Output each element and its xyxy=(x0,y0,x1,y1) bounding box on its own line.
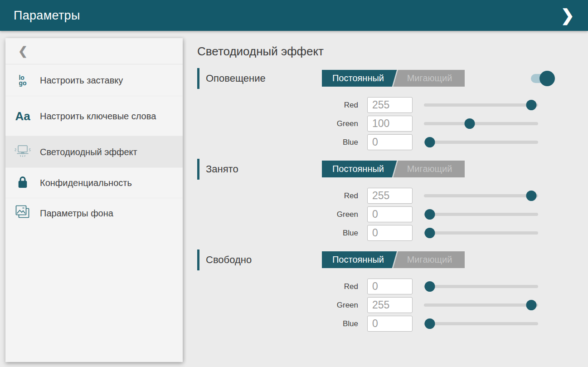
slider-thumb[interactable] xyxy=(424,318,435,329)
red-slider[interactable] xyxy=(424,285,538,288)
led-monitor-icon xyxy=(14,144,31,160)
sidebar-item-splash-screen[interactable]: lo go Настроить заставку xyxy=(5,64,183,96)
keywords-icon: Aa xyxy=(15,110,30,122)
slider-thumb[interactable] xyxy=(526,300,536,310)
channel-row: Blue xyxy=(197,134,560,150)
channel-row: Red xyxy=(197,97,560,113)
slider-thumb[interactable] xyxy=(424,228,435,238)
sidebar-item-label: Светодиодный эффект xyxy=(40,146,144,158)
section-label: Оповещение xyxy=(206,73,266,84)
sidebar-item-label: Конфиденциальность xyxy=(40,177,138,189)
blue-value-input[interactable] xyxy=(367,225,413,241)
green-label: Green xyxy=(197,116,358,132)
enable-switch[interactable] xyxy=(530,70,555,87)
channel-row: Red xyxy=(197,279,560,294)
sidebar-item-keywords[interactable]: Aa Настроить ключевые слова xyxy=(5,96,183,136)
channel-row: Green xyxy=(197,206,560,222)
section-label: Свободно xyxy=(206,254,252,266)
sidebar-item-privacy[interactable]: Конфиденциальность xyxy=(5,168,183,198)
section-busy: Занято Постоянный Мигающий Red Green xyxy=(197,159,560,241)
sidebar: ❮ lo go Настроить заставку Aa Настроить … xyxy=(5,38,183,362)
blue-label: Blue xyxy=(197,134,358,150)
channel-row: Blue xyxy=(197,225,560,241)
red-slider[interactable] xyxy=(424,194,538,197)
sidebar-item-background[interactable]: Параметры фона xyxy=(5,198,183,228)
red-value-input[interactable] xyxy=(367,97,413,113)
green-value-input[interactable] xyxy=(367,206,413,222)
header-bar: Параметры ❯ xyxy=(0,0,588,31)
sidebar-item-label: Настроить заставку xyxy=(40,74,129,86)
sidebar-item-label: Параметры фона xyxy=(40,207,120,219)
page-title: Параметры xyxy=(14,9,80,23)
content-title: Светодиодный эффект xyxy=(197,44,560,58)
section-notification: Оповещение Постоянный Мигающий Red Green xyxy=(197,68,560,150)
green-label: Green xyxy=(197,297,358,313)
logo-icon: lo go xyxy=(19,75,26,86)
background-image-icon xyxy=(15,205,30,221)
red-value-input[interactable] xyxy=(367,188,413,204)
sidebar-collapse-row: ❮ xyxy=(5,38,183,64)
green-value-input[interactable] xyxy=(367,297,413,313)
lock-icon xyxy=(16,175,29,191)
mode-blinking-button[interactable]: Мигающий xyxy=(394,70,465,87)
blue-slider[interactable] xyxy=(424,231,538,235)
mode-toggle: Постоянный Мигающий xyxy=(322,251,465,268)
collapse-chevron-icon[interactable]: ❮ xyxy=(14,44,32,59)
mode-blinking-button[interactable]: Мигающий xyxy=(394,251,465,268)
green-value-input[interactable] xyxy=(367,116,413,132)
channel-row: Green xyxy=(197,116,560,132)
channel-row: Green xyxy=(197,297,560,313)
slider-thumb[interactable] xyxy=(526,100,536,110)
channel-row: Red xyxy=(197,188,560,204)
sidebar-item-label: Настроить ключевые слова xyxy=(40,110,162,122)
sidebar-item-led-effect[interactable]: Светодиодный эффект xyxy=(5,136,183,168)
main-content: Светодиодный эффект Оповещение Постоянны… xyxy=(197,38,560,340)
green-slider[interactable] xyxy=(424,303,538,307)
green-slider[interactable] xyxy=(424,122,538,125)
red-value-input[interactable] xyxy=(367,279,413,294)
blue-value-input[interactable] xyxy=(367,134,413,150)
green-label: Green xyxy=(197,206,358,222)
slider-thumb[interactable] xyxy=(464,118,475,129)
slider-thumb[interactable] xyxy=(424,281,435,292)
slider-thumb[interactable] xyxy=(424,137,435,147)
green-slider[interactable] xyxy=(424,213,538,216)
slider-thumb[interactable] xyxy=(526,191,536,201)
red-label: Red xyxy=(197,97,358,113)
mode-constant-button[interactable]: Постоянный xyxy=(322,161,394,177)
blue-value-input[interactable] xyxy=(367,316,413,332)
red-label: Red xyxy=(197,188,358,204)
blue-label: Blue xyxy=(197,316,358,332)
blue-label: Blue xyxy=(197,225,358,241)
red-label: Red xyxy=(197,279,358,294)
section-accent-bar xyxy=(197,250,199,270)
blue-slider[interactable] xyxy=(424,141,538,144)
mode-constant-button[interactable]: Постоянный xyxy=(322,251,394,268)
mode-constant-button[interactable]: Постоянный xyxy=(322,70,394,87)
section-free: Свободно Постоянный Мигающий Red Green xyxy=(197,250,560,332)
forward-chevron-icon[interactable]: ❯ xyxy=(557,5,578,25)
mode-toggle: Постоянный Мигающий xyxy=(322,161,465,177)
mode-toggle: Постоянный Мигающий xyxy=(322,70,465,87)
channel-row: Blue xyxy=(197,316,560,332)
section-label: Занято xyxy=(206,163,238,175)
red-slider[interactable] xyxy=(424,103,538,107)
slider-thumb[interactable] xyxy=(424,209,435,220)
mode-blinking-button[interactable]: Мигающий xyxy=(394,161,465,177)
switch-thumb xyxy=(539,71,555,86)
section-accent-bar xyxy=(197,68,199,89)
blue-slider[interactable] xyxy=(424,322,538,325)
section-accent-bar xyxy=(197,159,199,180)
